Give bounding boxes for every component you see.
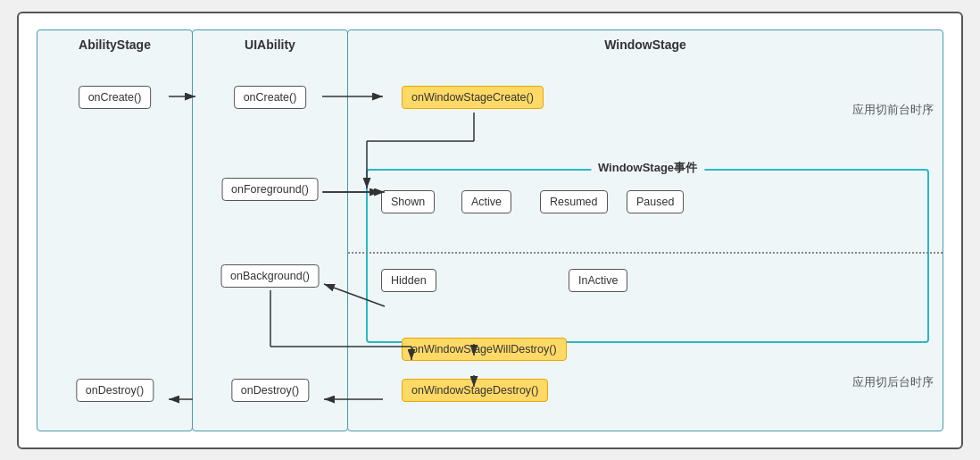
resumed-box: Resumed [540,190,608,213]
node-onwindowstagedestroy: onWindowStageDestroy() [402,379,548,402]
hidden-box: Hidden [381,269,436,292]
columns: AbilityStage onCreate() onDestroy() UIAb… [37,29,943,431]
node-active: Active [461,190,511,213]
onwindowstagewilldestroy-box: onWindowStageWillDestroy() [402,338,567,361]
node-onforeground: onForeground() [221,178,319,201]
node-ondestroy-ui: onDestroy() [231,379,309,402]
onbackground-box: onBackground() [220,264,320,288]
ws-events-container: WindowStage事件 Shown Active Resumed Pause… [366,169,929,343]
node-ondestroy: onDestroy() [76,379,154,402]
col-uiability: UIAbility onCreate() onForeground() onBa… [192,29,348,431]
node-inactive: InActive [569,269,627,292]
diagram-container: AbilityStage onCreate() onDestroy() UIAb… [17,12,963,449]
node-oncreate-ui: onCreate() [234,86,307,109]
node-shown: Shown [381,190,435,213]
oncreate-ui-box: onCreate() [234,86,307,109]
label-background: 应用切后台时序 [852,374,934,390]
col-windowstage: WindowStage onWindowStageCreate() Window… [347,29,943,431]
label-foreground: 应用切前台时序 [852,102,934,118]
node-onwindowstagecreate: onWindowStageCreate() [402,86,544,109]
node-onwindowstagewilldestroy: onWindowStageWillDestroy() [402,338,567,361]
node-onbackground: onBackground() [220,264,320,288]
ondestroy-ui-box: onDestroy() [231,379,309,402]
node-resumed: Resumed [540,190,608,213]
onwindowstagecreate-box: onWindowStageCreate() [402,86,544,109]
active-box: Active [461,190,511,213]
node-paused: Paused [627,190,684,213]
node-hidden: Hidden [381,269,436,292]
ondestroy-box: onDestroy() [76,379,154,402]
onwindowstagedestroy-box: onWindowStageDestroy() [402,379,548,402]
shown-box: Shown [381,190,435,213]
onforeground-box: onForeground() [221,178,319,201]
col-uiability-title: UIAbility [193,30,347,57]
ws-events-title: WindowStage事件 [591,160,704,176]
inactive-box: InActive [569,269,627,292]
node-oncreate-ability: onCreate() [79,86,152,109]
paused-box: Paused [627,190,684,213]
col-windowstage-title: WindowStage [348,30,943,57]
dotted-divider [348,252,943,254]
col-abilitystage: AbilityStage onCreate() onDestroy() [37,29,193,431]
col-abilitystage-title: AbilityStage [37,30,192,57]
oncreate-ability-box: onCreate() [79,86,152,109]
